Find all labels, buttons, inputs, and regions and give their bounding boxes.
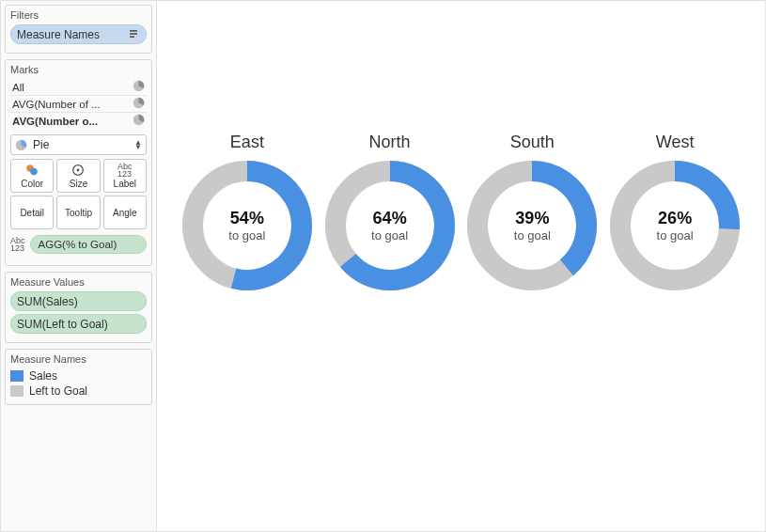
donut-north: North64%to goal: [324, 133, 456, 291]
measure-values-title: Measure Values: [10, 276, 147, 288]
marks-layer-row[interactable]: AVG(Number of ...: [10, 96, 147, 113]
legend-title: Measure Names: [10, 353, 147, 365]
region-title: North: [369, 133, 411, 152]
detail-button[interactable]: Detail: [10, 196, 54, 229]
filter-chip-label: Measure Names: [17, 28, 100, 41]
label-shelf-icon: Abc123: [10, 237, 25, 252]
legend-swatch-left: [10, 385, 23, 397]
donut-chart[interactable]: 26%to goal: [609, 160, 741, 291]
marks-layer-row[interactable]: All: [10, 79, 147, 96]
pie-icon: [133, 114, 145, 129]
region-title: West: [656, 133, 695, 152]
mv-pill-0[interactable]: SUM(Sales): [10, 291, 147, 311]
donut-row: East54%to goalNorth64%to goalSouth39%to …: [157, 1, 765, 291]
marks-layer-label: All: [12, 82, 24, 93]
size-button[interactable]: Size: [56, 159, 100, 193]
donut-chart[interactable]: 54%to goal: [181, 160, 313, 291]
marks-panel: Marks AllAVG(Number of ...AVG(Number o..…: [5, 59, 152, 266]
pie-icon: [133, 80, 145, 95]
legend-swatch-sales: [10, 370, 23, 382]
to-goal-label: to goal: [371, 228, 408, 243]
pct-value: 54%: [230, 209, 264, 228]
donut-west: West26%to goal: [609, 133, 741, 291]
pie-icon: [15, 139, 27, 151]
svg-rect-0: [130, 30, 137, 32]
donut-center: 39%to goal: [466, 160, 598, 291]
viz-canvas: East54%to goalNorth64%to goalSouth39%to …: [156, 1, 765, 531]
donut-center: 64%to goal: [324, 160, 456, 291]
donut-east: East54%to goal: [181, 133, 313, 291]
marks-layer-label: AVG(Number of ...: [12, 99, 101, 110]
size-icon: [71, 164, 85, 177]
pct-value: 64%: [373, 209, 407, 228]
label-shelf-row: Abc123 AGG(% to Goal): [10, 235, 147, 254]
app-root: Filters Measure Names Marks AllAVG(Numbe…: [0, 0, 766, 532]
filters-panel: Filters Measure Names: [5, 5, 152, 54]
donut-center: 26%to goal: [609, 160, 741, 291]
measure-values-panel: Measure Values SUM(Sales) SUM(Left to Go…: [5, 272, 152, 343]
to-goal-label: to goal: [228, 228, 265, 243]
region-title: East: [230, 133, 264, 152]
legend-panel: Measure Names Sales Left to Goal: [5, 349, 152, 405]
tooltip-button[interactable]: Tooltip: [56, 196, 100, 229]
region-title: South: [510, 133, 555, 152]
legend-item-left-to-goal[interactable]: Left to Goal: [10, 383, 147, 399]
mark-type-label: Pie: [33, 138, 49, 151]
to-goal-label: to goal: [657, 228, 694, 243]
updown-icon: ▲▼: [134, 140, 142, 149]
sidebar: Filters Measure Names Marks AllAVG(Numbe…: [1, 1, 156, 531]
marks-layer-row[interactable]: AVG(Number o...: [10, 113, 147, 130]
donut-chart[interactable]: 39%to goal: [466, 160, 598, 291]
pie-icon: [133, 97, 145, 112]
color-icon: [25, 164, 39, 177]
to-goal-label: to goal: [514, 228, 551, 243]
label-shelf-pill[interactable]: AGG(% to Goal): [30, 235, 147, 254]
svg-rect-2: [130, 36, 134, 38]
color-button[interactable]: Color: [10, 159, 54, 193]
angle-button[interactable]: Angle: [103, 196, 147, 229]
mark-type-select[interactable]: Pie ▲▼: [10, 134, 147, 155]
marks-layer-label: AVG(Number o...: [12, 116, 98, 127]
label-button[interactable]: Abc123 Label: [103, 159, 147, 193]
donut-south: South39%to goal: [466, 133, 598, 291]
mv-pill-1[interactable]: SUM(Left to Goal): [10, 314, 147, 334]
filters-title: Filters: [10, 9, 147, 21]
mark-card-buttons: Color Size Abc123 Label Detail Tooltip: [10, 159, 147, 229]
label-icon: Abc123: [118, 164, 132, 177]
svg-point-8: [30, 167, 38, 175]
donut-center: 54%to goal: [181, 160, 313, 291]
svg-point-10: [77, 168, 80, 171]
filter-chip-measure-names[interactable]: Measure Names: [10, 24, 147, 44]
filter-chip-menu-icon: [127, 28, 140, 41]
svg-rect-1: [130, 33, 137, 35]
donut-chart[interactable]: 64%to goal: [324, 160, 456, 291]
legend-item-sales[interactable]: Sales: [10, 368, 147, 383]
marks-title: Marks: [10, 64, 147, 75]
pct-value: 26%: [658, 209, 692, 228]
pct-value: 39%: [515, 209, 549, 228]
